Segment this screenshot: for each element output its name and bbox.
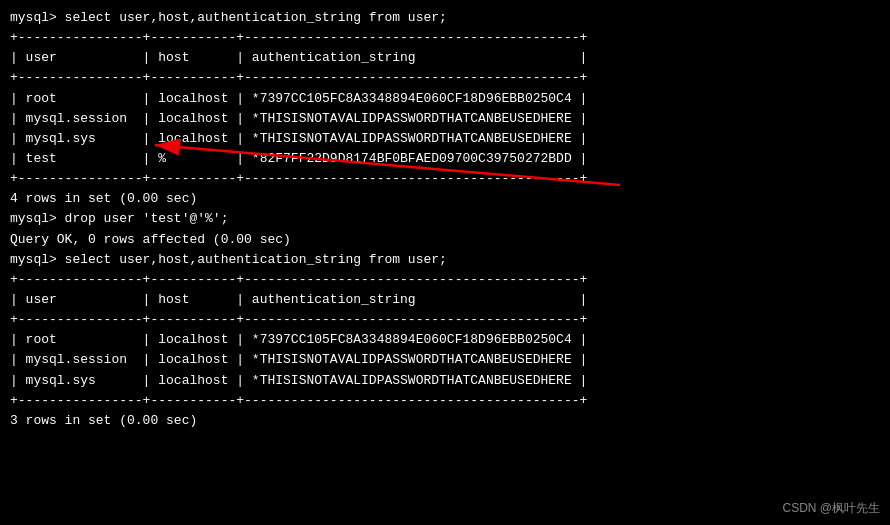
- terminal-line: | mysql.session | localhost | *THISISNOT…: [10, 109, 880, 129]
- terminal-line: | mysql.sys | localhost | *THISISNOTAVAL…: [10, 129, 880, 149]
- terminal-line: | test | % | *82F7FF22D9D8174BF0BFAED097…: [10, 149, 880, 169]
- terminal-line: | mysql.sys | localhost | *THISISNOTAVAL…: [10, 371, 880, 391]
- terminal-line: 3 rows in set (0.00 sec): [10, 411, 880, 431]
- terminal-line: Query OK, 0 rows affected (0.00 sec): [10, 230, 880, 250]
- terminal-line: mysql> select user,host,authentication_s…: [10, 250, 880, 270]
- terminal-line: +----------------+-----------+----------…: [10, 310, 880, 330]
- terminal-line: | user | host | authentication_string |: [10, 290, 880, 310]
- terminal-line: +----------------+-----------+----------…: [10, 28, 880, 48]
- terminal-line: +----------------+-----------+----------…: [10, 391, 880, 411]
- terminal-line: +----------------+-----------+----------…: [10, 270, 880, 290]
- terminal-line: | user | host | authentication_string |: [10, 48, 880, 68]
- terminal-line: | root | localhost | *7397CC105FC8A33488…: [10, 89, 880, 109]
- terminal-line: mysql> select user,host,authentication_s…: [10, 8, 880, 28]
- terminal-output: mysql> select user,host,authentication_s…: [0, 0, 890, 525]
- terminal-line: | root | localhost | *7397CC105FC8A33488…: [10, 330, 880, 350]
- terminal-line: mysql> drop user 'test'@'%';: [10, 209, 880, 229]
- terminal-line: 4 rows in set (0.00 sec): [10, 189, 880, 209]
- terminal-line: +----------------+-----------+----------…: [10, 169, 880, 189]
- terminal-line: +----------------+-----------+----------…: [10, 68, 880, 88]
- terminal-line: | mysql.session | localhost | *THISISNOT…: [10, 350, 880, 370]
- watermark: CSDN @枫叶先生: [782, 500, 880, 517]
